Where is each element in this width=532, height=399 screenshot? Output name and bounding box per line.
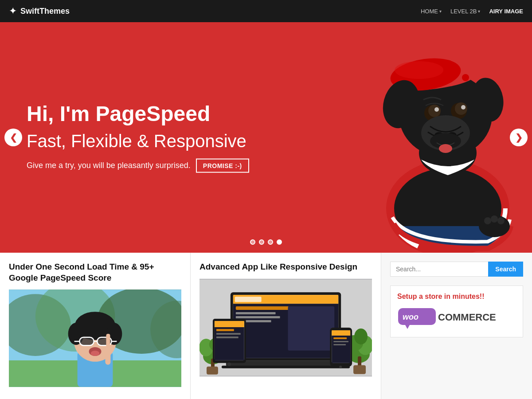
svg-rect-73	[222, 365, 350, 368]
svg-rect-65	[235, 297, 262, 302]
svg-point-9	[395, 61, 443, 79]
svg-point-15	[461, 105, 466, 110]
col-mid-title: Advanced App Like Responsive Design	[200, 262, 372, 273]
nav-airy-image[interactable]: AIRY IMAGE	[489, 8, 523, 15]
svg-point-89	[339, 365, 342, 368]
slider-dot-2[interactable]	[259, 239, 264, 245]
svg-point-14	[434, 107, 439, 112]
logo-icon: ✦	[9, 5, 17, 17]
search-box: Search	[390, 262, 523, 277]
header: ✦ SwiftThemes HOME ▾ LEVEL 2B ▾ AIRY IMA…	[0, 0, 532, 22]
svg-rect-84	[332, 330, 350, 336]
svg-rect-68	[236, 312, 276, 314]
col-mid-image	[200, 279, 372, 376]
nav-level2b-arrow: ▾	[478, 9, 480, 14]
svg-rect-71	[288, 306, 334, 351]
hero-subtitle: Fast, Flexible & Responsive	[27, 130, 249, 151]
svg-point-25	[491, 215, 498, 223]
svg-rect-77	[215, 327, 244, 360]
svg-point-81	[227, 362, 231, 366]
main-content: Under One Second Load Time & 95+ Google …	[0, 253, 532, 399]
dog-svg	[310, 22, 532, 253]
svg-rect-69	[236, 316, 280, 318]
slider-arrow-right[interactable]: ❯	[510, 129, 528, 146]
search-input[interactable]	[390, 262, 488, 277]
hero-image	[310, 22, 532, 253]
woo-tagline: Setup a store in minutes!!	[397, 293, 516, 301]
svg-point-24	[484, 217, 491, 224]
svg-rect-40	[80, 338, 94, 345]
svg-rect-56	[353, 365, 366, 374]
nav: HOME ▾ LEVEL 2B ▾ AIRY IMAGE	[421, 8, 523, 15]
sidebar: Search Setup a store in minutes!! woo CO…	[381, 253, 532, 399]
hero-content: Hi, I'm PageSpeed Fast, Flexible & Respo…	[27, 102, 249, 173]
svg-rect-76	[215, 321, 244, 327]
promise-button[interactable]: PROMISE :-)	[196, 158, 249, 172]
svg-rect-67	[236, 306, 289, 310]
nav-home-arrow: ▾	[439, 9, 442, 14]
svg-text:COMMERCE: COMMERCE	[438, 312, 496, 323]
svg-point-20	[439, 144, 452, 153]
hero-description: Give me a try, you will be pleasantly su…	[27, 158, 249, 172]
slider-dots	[250, 239, 282, 245]
svg-point-12	[428, 105, 441, 117]
slider-dot-1[interactable]	[250, 239, 255, 245]
nav-home[interactable]: HOME ▾	[421, 8, 442, 15]
col-left-title: Under One Second Load Time & 95+ Google …	[9, 262, 181, 283]
svg-text:woo: woo	[403, 313, 419, 321]
col-left-image	[9, 289, 181, 387]
svg-rect-78	[216, 329, 234, 331]
hero-title: Hi, I'm PageSpeed	[27, 102, 249, 126]
col-mid: Advanced App Like Responsive Design	[191, 253, 381, 399]
slider-dot-4[interactable]	[277, 239, 282, 245]
nav-level2b[interactable]: LEVEL 2B ▾	[450, 8, 481, 15]
svg-rect-61	[207, 366, 218, 374]
woocommerce-logo[interactable]: woo COMMERCE	[397, 306, 516, 330]
hero-slider: Hi, I'm PageSpeed Fast, Flexible & Respo…	[0, 22, 532, 253]
svg-point-46	[91, 351, 100, 356]
woo-logo-svg: woo COMMERCE	[397, 306, 512, 330]
slider-dot-3[interactable]	[268, 239, 273, 245]
svg-rect-88	[333, 344, 346, 345]
svg-rect-87	[333, 341, 348, 342]
col-left: Under One Second Load Time & 95+ Google …	[0, 253, 191, 399]
svg-marker-91	[405, 325, 410, 329]
svg-rect-86	[333, 337, 347, 339]
svg-point-13	[455, 102, 467, 115]
svg-rect-85	[332, 336, 350, 363]
slider-arrow-left[interactable]: ❮	[4, 129, 22, 146]
svg-rect-80	[216, 336, 239, 338]
logo-area[interactable]: ✦ SwiftThemes	[9, 5, 70, 17]
search-button[interactable]: Search	[488, 262, 523, 277]
svg-rect-49	[106, 334, 110, 349]
logo-text: SwiftThemes	[20, 7, 70, 16]
child-svg	[9, 289, 181, 387]
svg-point-26	[497, 217, 505, 224]
svg-point-8	[462, 74, 469, 81]
svg-rect-79	[216, 333, 241, 335]
devices-svg	[200, 279, 372, 376]
woocommerce-section: Setup a store in minutes!! woo COMMERCE	[390, 286, 523, 337]
svg-point-54	[354, 329, 368, 344]
